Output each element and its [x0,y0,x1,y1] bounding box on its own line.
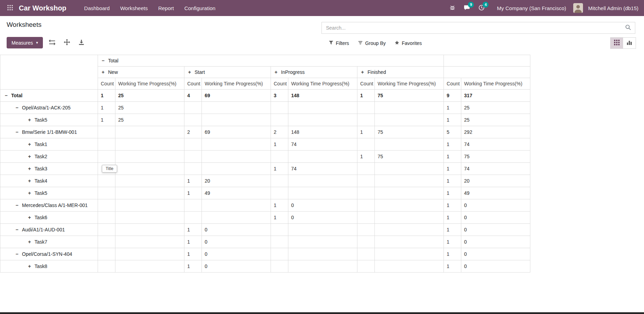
pivot-cell [357,102,375,114]
pivot-row-header[interactable]: −Audi/A1/1-AUD-001 [0,224,98,236]
measures-label: Measures [12,40,33,46]
bottom-edge-bar [0,312,644,314]
user-menu[interactable]: Mitchell Admin (db15) [588,5,638,11]
menu-configuration[interactable]: Configuration [179,0,221,16]
pivot-cell [184,199,202,212]
bar-chart-icon [627,40,632,46]
measure-header-count[interactable]: Count [184,78,202,90]
menu-report[interactable]: Report [153,0,179,16]
pivot-cell: 75 [375,151,444,163]
pivot-row-header[interactable]: +Task5 [0,187,98,199]
page-title: Worksheets [7,21,41,29]
pivot-row-header[interactable]: −Bmw/Serie 1/1-BMW-001 [0,126,98,138]
pivot-row-label: Task4 [35,178,47,184]
pivot-row-header[interactable]: +Task5 [0,114,98,126]
measure-header-count[interactable]: Count [98,78,115,90]
filters-label: Filters [336,40,349,46]
app-name[interactable]: Car Workshop [19,4,66,12]
pivot-row-header[interactable]: +Task4 [0,175,98,187]
measure-header-count[interactable]: Count [444,78,461,90]
pivot-row-header[interactable]: +Task6 [0,212,98,224]
search-options: Filters Group By Favorites [324,37,426,49]
expand-icon[interactable]: + [27,166,32,171]
expand-icon[interactable]: + [187,69,192,75]
pivot-row-header[interactable]: −Opel/Astra/1-ACK-205 [0,102,98,114]
graph-view-button[interactable] [623,37,636,49]
expand-icon[interactable]: + [27,215,32,220]
search-input[interactable] [322,22,621,33]
measure-header-progress[interactable]: Working Time Progress(%) [288,78,357,90]
expand-icon[interactable]: + [27,178,32,184]
column-header-finished[interactable]: +Finished [357,67,444,78]
filters-button[interactable]: Filters [324,37,354,49]
search-button[interactable] [621,24,635,31]
favorites-button[interactable]: Favorites [390,37,426,49]
pivot-row-label: Task3 [35,166,47,171]
pivot-cell [98,260,115,273]
pivot-row-header[interactable]: −Opel/Corsa/1-SYN-404 [0,248,98,260]
collapse-icon[interactable]: − [101,58,105,63]
expand-icon[interactable]: + [27,190,32,196]
pivot-cell [184,151,202,163]
debug-button[interactable] [446,2,459,14]
flip-axis-button[interactable] [46,38,58,48]
activities-button[interactable]: 4 [475,2,488,14]
collapse-icon[interactable]: − [4,93,8,98]
column-header-inprogress[interactable]: +InProgress [271,67,357,78]
pivot-cell [375,224,444,236]
collapse-icon[interactable]: − [15,129,19,135]
column-header-new[interactable]: +New [98,67,184,78]
expand-icon[interactable]: + [274,69,278,75]
group-by-button[interactable]: Group By [354,37,390,49]
pivot-cell [115,126,184,138]
collapse-icon[interactable]: − [15,105,19,110]
favorites-label: Favorites [402,40,422,46]
pivot-row-header[interactable]: +Task7 [0,236,98,248]
menu-dashboard[interactable]: Dashboard [79,0,115,16]
measure-header-progress[interactable]: Working Time Progress(%) [375,78,444,90]
column-header-total[interactable]: −Total [98,55,444,67]
menu-worksheets[interactable]: Worksheets [115,0,153,16]
expand-icon[interactable]: + [27,263,32,269]
company-switcher[interactable]: My Company (San Francisco) [497,5,566,11]
control-panel: Worksheets Measures ▾ [0,16,644,55]
pivot-cell: 0 [461,236,530,248]
expand-icon[interactable]: + [27,154,32,159]
expand-icon[interactable]: + [27,141,32,147]
expand-icon[interactable]: + [27,117,32,123]
pivot-cell: 1 [271,199,288,212]
measures-button[interactable]: Measures ▾ [7,37,43,48]
measure-header-count[interactable]: Count [357,78,375,90]
pivot-row-header[interactable]: −Mercedes/Class A/1-MER-001 [0,199,98,212]
pivot-row-header[interactable]: +Task1 [0,138,98,151]
pivot-cell [115,260,184,273]
pivot-header-row-1: −Total [0,55,530,67]
pivot-row-header[interactable]: +Task2 [0,151,98,163]
measure-header-progress[interactable]: Working Time Progress(%) [202,78,271,90]
expand-icon[interactable]: + [360,69,365,75]
pivot-table: −Total +New +Start +InProgress +Fin [0,55,530,273]
expand-all-button[interactable] [61,37,73,48]
expand-icon[interactable]: + [101,69,105,75]
pivot-row-header[interactable]: +Task3 [0,163,98,175]
pivot-cell [115,224,184,236]
collapse-icon[interactable]: − [15,202,19,208]
messages-button[interactable]: 9 [461,2,473,14]
pivot-cell: 1 [184,236,202,248]
pivot-row-label: Task5 [35,117,47,123]
expand-icon[interactable]: + [27,239,32,245]
measure-header-progress[interactable]: Working Time Progress(%) [115,78,184,90]
apps-menu-button[interactable] [3,2,17,15]
column-header-start[interactable]: +Start [184,67,271,78]
pivot-cell [375,260,444,273]
avatar[interactable] [573,3,583,13]
pivot-row-header[interactable]: +Task8 [0,260,98,273]
download-xlsx-button[interactable] [76,38,87,48]
measure-header-progress[interactable]: Working Time Progress(%) [461,78,530,90]
measure-header-count[interactable]: Count [271,78,288,90]
pivot-row-header[interactable]: −Total [0,90,98,102]
pivot-cell [271,224,288,236]
collapse-icon[interactable]: − [15,227,19,232]
pivot-view-button[interactable] [610,37,623,49]
collapse-icon[interactable]: − [15,251,19,257]
